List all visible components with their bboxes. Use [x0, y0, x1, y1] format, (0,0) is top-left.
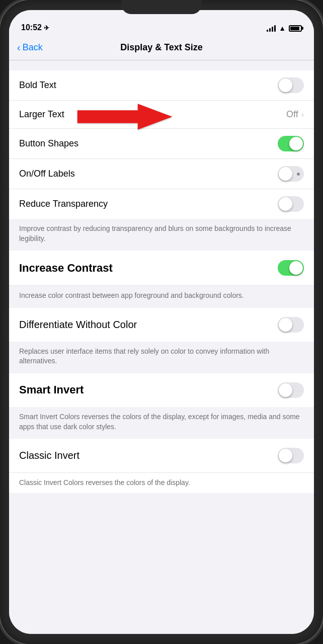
classic-invert-description: Classic Invert Colors reverses the color…	[9, 473, 314, 493]
larger-text-label: Larger Text	[19, 109, 64, 120]
signal-bars	[267, 25, 276, 32]
bold-text-toggle[interactable]	[278, 77, 304, 93]
back-button[interactable]: ‹ Back	[17, 42, 43, 53]
reduce-transparency-description: Improve contrast by reducing transparenc…	[9, 219, 314, 251]
onoff-labels-knob	[279, 167, 292, 181]
reduce-transparency-label: Reduce Transparency	[19, 199, 108, 209]
classic-invert-knob	[279, 449, 292, 462]
onoff-labels-toggle[interactable]	[278, 166, 304, 182]
back-label[interactable]: Back	[23, 42, 43, 53]
settings-content: Bold Text Larger Text Off › Button Shape…	[9, 60, 314, 634]
differentiate-description: Replaces user interface items that rely …	[9, 342, 314, 373]
list-item: Classic Invert	[9, 439, 314, 473]
list-item: Differentiate Without Color	[9, 308, 314, 342]
differentiate-label: Differentiate Without Color	[19, 319, 137, 331]
group-smart-invert: Smart Invert Smart Invert Colors reverse…	[9, 373, 314, 439]
chevron-right-icon: ›	[301, 110, 304, 119]
list-item: Bold Text	[9, 70, 314, 101]
list-item: Button Shapes	[9, 129, 314, 159]
smart-invert-description: Smart Invert Colors reverses the colors …	[9, 407, 314, 439]
signal-bar-3	[272, 27, 273, 32]
wifi-icon: ▲	[279, 24, 286, 32]
top-spacer	[9, 60, 314, 70]
onoff-labels-label: On/Off Labels	[19, 169, 75, 179]
group-increase-contrast: Increase Contrast Increase color contras…	[9, 251, 314, 308]
onoff-dot-icon	[297, 173, 300, 176]
button-shapes-label: Button Shapes	[19, 138, 78, 149]
location-icon: ✈︎	[44, 24, 49, 32]
bold-text-label: Bold Text	[19, 80, 56, 91]
signal-bar-1	[267, 30, 268, 32]
group-differentiate: Differentiate Without Color Replaces use…	[9, 308, 314, 373]
increase-contrast-description: Increase color contrast between app fore…	[9, 286, 314, 308]
status-icons: ▲	[267, 24, 302, 32]
smart-invert-label: Smart Invert	[19, 383, 84, 396]
phone-screen: 10:52 ✈︎ ▲ ‹ Back Di	[9, 10, 314, 634]
list-item: Increase Contrast	[9, 251, 314, 286]
group-classic-invert: Classic Invert Classic Invert Colors rev…	[9, 439, 314, 493]
increase-contrast-label: Increase Contrast	[19, 262, 113, 275]
larger-text-off: Off	[286, 109, 298, 120]
differentiate-toggle[interactable]	[278, 317, 304, 333]
differentiate-knob	[279, 318, 292, 332]
phone-frame: 10:52 ✈︎ ▲ ‹ Back Di	[0, 0, 323, 644]
group-1: Bold Text Larger Text Off › Button Shape…	[9, 70, 314, 251]
page-title: Display & Text Size	[120, 42, 203, 53]
signal-bar-2	[269, 28, 271, 32]
notch	[121, 0, 202, 14]
signal-bar-4	[274, 25, 276, 32]
status-time: 10:52 ✈︎	[21, 23, 49, 32]
list-item: Reduce Transparency	[9, 189, 314, 219]
increase-contrast-toggle[interactable]	[278, 260, 304, 276]
list-item: Smart Invert	[9, 373, 314, 407]
bold-text-toggle-knob	[279, 78, 292, 92]
battery-fill	[290, 27, 299, 30]
time-display: 10:52	[21, 23, 42, 32]
increase-contrast-knob	[289, 261, 303, 275]
list-item[interactable]: Larger Text Off ›	[9, 101, 314, 129]
reduce-transparency-knob	[279, 197, 292, 211]
smart-invert-toggle[interactable]	[278, 382, 304, 398]
classic-invert-label: Classic Invert	[19, 450, 79, 461]
larger-text-value: Off ›	[286, 109, 304, 120]
navigation-bar: ‹ Back Display & Text Size	[9, 35, 314, 60]
list-item: On/Off Labels	[9, 159, 314, 189]
button-shapes-toggle-knob	[289, 137, 303, 150]
reduce-transparency-toggle[interactable]	[278, 196, 304, 212]
battery-icon	[289, 25, 302, 32]
classic-invert-toggle[interactable]	[278, 448, 304, 463]
button-shapes-toggle[interactable]	[278, 136, 304, 151]
back-chevron-icon: ‹	[17, 42, 21, 53]
smart-invert-knob	[279, 383, 292, 397]
